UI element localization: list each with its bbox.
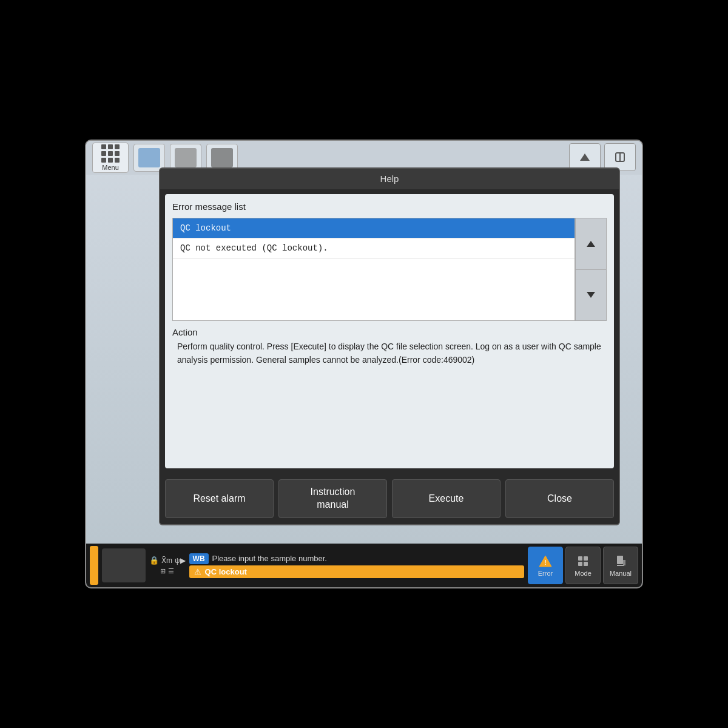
lock-icon: 🔒 <box>149 556 159 565</box>
warning-text: QC lockout <box>205 567 247 576</box>
error-list: QC lockout QC not executed (QC lockout). <box>172 218 575 321</box>
screen-background: Menu Help Error message list <box>85 140 643 588</box>
dialog-title: Help <box>380 174 399 184</box>
error-button[interactable]: ! Error <box>528 547 563 584</box>
scroll-up-btn[interactable] <box>576 218 606 270</box>
mode-btn-label: Mode <box>575 570 592 577</box>
help-dialog: Help Error message list QC lockout QC no… <box>159 167 620 525</box>
execute-button[interactable]: Execute <box>392 479 500 518</box>
status-bar: 🔒 X̄m ψ▶ ⊞ ☰ WB Please input the sample … <box>86 544 642 587</box>
reset-alarm-button[interactable]: Reset alarm <box>165 479 274 518</box>
warning-triangle-icon: ⚠ <box>194 567 201 576</box>
status-right-buttons: ! Error Mode Manual <box>528 547 638 584</box>
list-icon: ☰ <box>168 567 174 575</box>
error-list-label: Error message list <box>172 201 607 212</box>
instruction-manual-button[interactable]: Instruction manual <box>278 479 387 518</box>
svg-rect-9 <box>578 562 582 566</box>
action-section: Action Perform quality control. Press [E… <box>172 327 607 461</box>
scroll-down-btn[interactable] <box>576 270 606 321</box>
error-list-container: QC lockout QC not executed (QC lockout). <box>172 218 607 321</box>
dialog-titlebar: Help <box>160 169 619 189</box>
status-top-row: WB Please input the sample number. <box>189 553 524 564</box>
error-item-1[interactable]: QC not executed (QC lockout). <box>173 238 575 258</box>
svg-marker-3 <box>587 241 595 247</box>
menu-grid-icon <box>101 144 120 163</box>
menu-label: Menu <box>102 164 119 171</box>
action-label: Action <box>172 327 607 337</box>
svg-rect-11 <box>617 556 623 564</box>
dialog-buttons: Reset alarm Instruction manual Execute C… <box>160 473 619 524</box>
error-item-0[interactable]: QC lockout <box>173 218 575 238</box>
manual-button[interactable]: Manual <box>603 547 638 584</box>
svg-rect-8 <box>584 556 588 561</box>
status-orange-indicator <box>90 546 98 585</box>
action-text: Perform quality control. Press [Execute]… <box>172 337 607 369</box>
grid-icon: ⊞ <box>160 567 166 575</box>
mode-button[interactable]: Mode <box>565 547 601 584</box>
status-icons: 🔒 X̄m ψ▶ ⊞ ☰ <box>149 556 186 575</box>
status-warning-row: ⚠ QC lockout <box>189 565 524 578</box>
menu-button[interactable]: Menu <box>92 143 129 173</box>
status-message: Please input the sample number. <box>212 554 327 563</box>
wave-icon: ψ▶ <box>175 556 186 565</box>
status-info: WB Please input the sample number. ⚠ QC … <box>189 553 524 578</box>
xm-label: X̄m <box>161 556 172 565</box>
svg-marker-4 <box>587 292 595 298</box>
status-display-area <box>102 548 146 582</box>
dialog-content: Error message list QC lockout QC not exe… <box>165 194 614 468</box>
manual-btn-label: Manual <box>610 570 632 577</box>
error-btn-label: Error <box>538 570 553 577</box>
scrollbar <box>575 218 607 321</box>
svg-marker-0 <box>580 153 590 161</box>
svg-rect-10 <box>584 562 588 566</box>
close-button[interactable]: Close <box>505 479 614 518</box>
wb-badge: WB <box>189 553 209 564</box>
svg-rect-7 <box>578 556 582 561</box>
svg-text:!: ! <box>544 559 546 566</box>
